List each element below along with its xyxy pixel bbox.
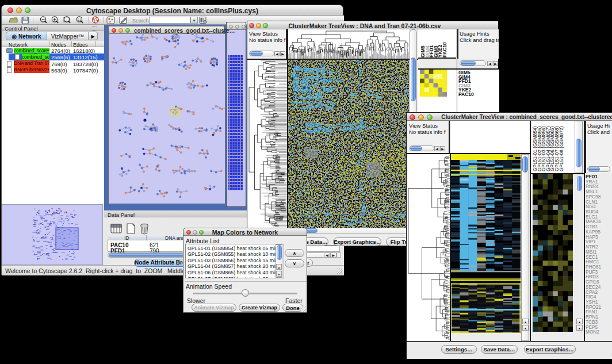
svg-text:PAC10: PAC10 [442,42,447,58]
svg-text:GPL51-08 (GSM872): GPL51-08 (GSM872) [559,126,564,171]
svg-text:1:1: 1:1 [78,18,82,21]
